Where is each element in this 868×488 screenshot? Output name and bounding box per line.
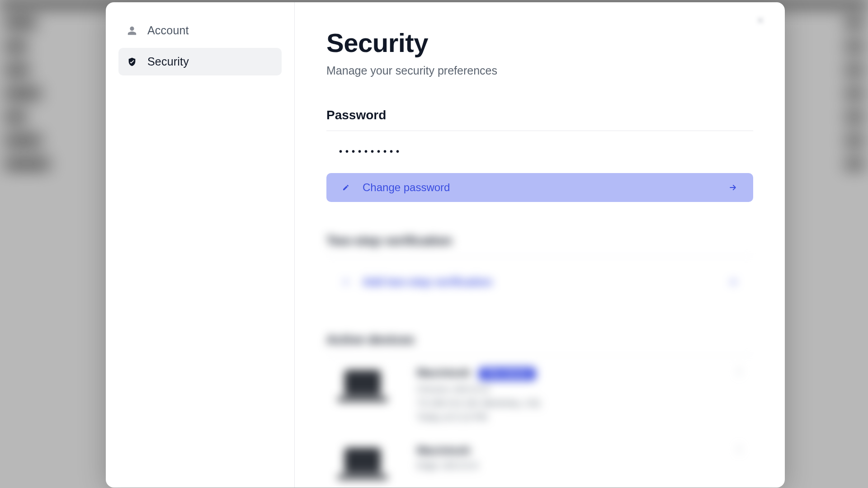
section-title-password: Password (326, 108, 753, 131)
desktop-icon (335, 444, 390, 483)
sidebar-item-security[interactable]: Security (118, 48, 282, 75)
device-menu-button[interactable] (734, 444, 744, 456)
svg-point-5 (738, 451, 740, 453)
svg-point-3 (738, 446, 740, 447)
svg-point-1 (738, 371, 740, 372)
shield-icon (127, 56, 137, 67)
user-icon (127, 25, 137, 36)
more-vertical-icon (734, 444, 744, 454)
add-two-step-label: Add two-step verification (363, 276, 728, 288)
page-title: Security (326, 28, 753, 58)
plus-icon (342, 278, 350, 286)
device-row: Macintosh This device Chrome 140.0.0.0 7… (326, 356, 753, 433)
section-title-devices: Active devices (326, 333, 753, 356)
section-title-two-step: Two-step verification (326, 234, 753, 257)
close-button[interactable] (752, 12, 769, 28)
svg-point-4 (738, 448, 740, 450)
close-icon (755, 15, 765, 25)
device-row: Macintosh Edge 140.0.0.0 (326, 433, 753, 488)
device-location: 73.108.214.181 (Berkeley, US) (417, 398, 540, 408)
svg-point-0 (738, 368, 740, 370)
desktop-icon (335, 366, 390, 405)
pencil-icon (342, 183, 350, 192)
settings-main: Security Manage your security preference… (295, 2, 785, 488)
settings-sidebar: Account Security (106, 2, 295, 488)
device-menu-button[interactable] (734, 366, 744, 378)
sidebar-item-account[interactable]: Account (118, 17, 282, 44)
add-two-step-button[interactable]: Add two-step verification (326, 267, 753, 296)
change-password-label: Change password (363, 181, 728, 194)
svg-point-2 (738, 374, 740, 375)
password-masked-value: •••••••••• (326, 146, 753, 157)
device-badge: This device (479, 367, 536, 380)
arrow-right-icon (728, 183, 738, 192)
device-name: Macintosh (417, 366, 471, 379)
two-step-section: Two-step verification Add two-step verif… (326, 234, 753, 296)
change-password-button[interactable]: Change password (326, 173, 753, 202)
active-devices-section: Active devices Macintosh This device Chr… (326, 333, 753, 488)
password-section: Password •••••••••• Change password (326, 108, 753, 202)
blurred-lower-content: Two-step verification Add two-step verif… (326, 234, 753, 488)
sidebar-item-label: Security (147, 55, 189, 68)
more-vertical-icon (734, 366, 744, 376)
page-subtitle: Manage your security preferences (326, 64, 753, 77)
arrow-right-icon (728, 277, 738, 287)
sidebar-item-label: Account (147, 24, 189, 37)
device-browser: Edge 140.0.0.0 (417, 460, 478, 471)
device-timestamp: Today at 5:13 PM (417, 412, 540, 422)
device-browser: Chrome 140.0.0.0 (417, 384, 540, 394)
device-name: Macintosh (417, 444, 471, 456)
settings-modal: Account Security Security Manage your se… (106, 2, 785, 488)
